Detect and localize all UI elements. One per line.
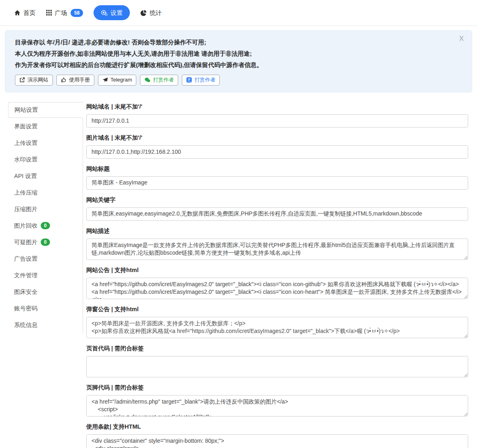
suspicious-count-badge: 0 bbox=[41, 239, 50, 246]
alipay-icon bbox=[186, 77, 192, 83]
home-icon bbox=[14, 10, 21, 16]
site-keywords-input[interactable] bbox=[86, 207, 468, 221]
pie-chart-icon bbox=[140, 10, 147, 16]
external-link-icon bbox=[19, 77, 25, 83]
sidebar-item-label: 系统信息 bbox=[14, 321, 37, 329]
website-settings-form: 网站域名 | 末尾不加'/' 图片域名 | 末尾不加'/' 网站标题 网站关键字… bbox=[86, 102, 468, 448]
nav-home-label: 首页 bbox=[23, 10, 35, 16]
sidebar-item-label: API 设置 bbox=[14, 172, 37, 180]
manual-label: 使用手册 bbox=[69, 77, 90, 84]
nav-settings-label: 设置 bbox=[110, 10, 123, 16]
sidebar-item-watermark-settings[interactable]: 水印设置 bbox=[8, 152, 83, 167]
sidebar-item-image-recycle[interactable]: 图片回收0 bbox=[8, 218, 83, 234]
donate-alipay-button[interactable]: 打赏作者 bbox=[182, 75, 220, 86]
site-title-label: 网站标题 bbox=[86, 165, 468, 173]
demo-site-button[interactable]: 演示网站 bbox=[15, 75, 53, 86]
sidebar-item-file-manager[interactable]: 文件管理 bbox=[8, 268, 83, 283]
notice-line: 目录保存以 年/月/日/ 递进,非必要请勿修改! 否则会导致部分操作不可用; bbox=[15, 39, 462, 46]
image-domain-label: 图片域名 | 末尾不加'/' bbox=[86, 134, 468, 142]
header-code-label: 页首代码 | 需闭合标签 bbox=[86, 345, 468, 352]
sidebar-item-label: 界面设置 bbox=[14, 123, 37, 130]
site-title-input[interactable] bbox=[86, 176, 468, 190]
donate-wechat-label: 打赏作者 bbox=[153, 77, 174, 84]
nav-settings[interactable]: 设置 bbox=[94, 5, 130, 20]
footer-code-textarea[interactable]: <a href="/admin/terms.php" target="_blan… bbox=[86, 395, 468, 417]
sidebar-item-label: 广告设置 bbox=[14, 255, 37, 263]
donate-alipay-label: 打赏作者 bbox=[194, 77, 215, 84]
wechat-icon bbox=[144, 77, 150, 83]
image-domain-input[interactable] bbox=[86, 145, 468, 159]
grid-icon bbox=[46, 10, 52, 16]
thumbs-up-icon bbox=[61, 77, 67, 83]
telegram-label: Telegram bbox=[110, 77, 132, 84]
sidebar-item-label: 上传设置 bbox=[14, 139, 37, 147]
sidebar-item-label: 网站设置 bbox=[15, 106, 38, 114]
sidebar-item-interface-settings[interactable]: 界面设置 bbox=[8, 119, 83, 134]
nav-plaza[interactable]: 广场 58 bbox=[46, 9, 83, 17]
notice-banner: X 目录保存以 年/月/日/ 递进,非必要请勿修改! 否则会导致部分操作不可用;… bbox=[5, 30, 472, 92]
sidebar-item-label: 水印设置 bbox=[14, 156, 37, 163]
sidebar-item-account-password[interactable]: 账号密码 bbox=[8, 301, 83, 316]
footer-code-label: 页脚代码 | 需闭合标签 bbox=[86, 384, 468, 391]
notice-line: 作为开发者你可以对相应的后台功能进行扩展(增删改相应代码),但请保留代码中源作者… bbox=[15, 61, 462, 69]
sidebar-item-api-settings[interactable]: API 设置 bbox=[8, 168, 83, 184]
sidebar-item-ad-settings[interactable]: 广告设置 bbox=[8, 251, 83, 267]
site-keywords-label: 网站关键字 bbox=[86, 196, 468, 204]
demo-site-label: 演示网站 bbox=[27, 77, 48, 84]
sidebar-item-label: 图床安全 bbox=[14, 288, 37, 296]
website-domain-input[interactable] bbox=[86, 114, 468, 128]
plaza-count-badge: 58 bbox=[71, 9, 83, 17]
gears-icon bbox=[101, 9, 108, 16]
manual-button[interactable]: 使用手册 bbox=[56, 75, 94, 86]
site-description-textarea[interactable]: 简单图床EasyImage是一款支持多文件上传的无数据库图床,可以完美替代PHP… bbox=[86, 239, 468, 260]
sidebar-item-label: 图片回收 bbox=[14, 222, 37, 230]
popup-announcement-label: 弹窗公告 | 支持html bbox=[86, 306, 468, 313]
popup-announcement-textarea[interactable]: <p>简单图床是一款开源图床, 支持多文件上传无数据库；</p> <p>如果你喜… bbox=[86, 317, 468, 338]
nav-home[interactable]: 首页 bbox=[14, 10, 35, 16]
recycle-count-badge: 0 bbox=[41, 222, 50, 229]
sidebar-item-security[interactable]: 图床安全 bbox=[8, 284, 83, 300]
notice-line: 本人仅为程序开源创作,如非法网站使用与本人无关,请勿用于非法用途 请勿用于非法用… bbox=[15, 50, 462, 58]
sidebar-item-label: 压缩图片 bbox=[14, 205, 37, 213]
settings-sidebar: 网站设置 界面设置 上传设置 水印设置 API 设置 上传压缩 压缩图片 图片回… bbox=[8, 102, 83, 334]
header-code-textarea[interactable] bbox=[86, 356, 468, 377]
sidebar-item-compress-image[interactable]: 压缩图片 bbox=[8, 201, 83, 217]
nav-plaza-label: 广场 bbox=[55, 10, 67, 16]
close-icon[interactable]: X bbox=[459, 35, 464, 43]
sidebar-item-suspicious-images[interactable]: 可疑图片0 bbox=[8, 234, 83, 250]
sidebar-item-upload-settings[interactable]: 上传设置 bbox=[8, 135, 83, 151]
sidebar-item-label: 文件管理 bbox=[14, 272, 37, 279]
sidebar-item-label: 上传压缩 bbox=[14, 189, 37, 197]
notice-actions: 演示网站 使用手册 Telegram 打赏作者 打赏作者 bbox=[15, 75, 462, 86]
sidebar-item-website-settings[interactable]: 网站设置 bbox=[8, 102, 83, 118]
nav-stats-label: 统计 bbox=[150, 10, 162, 16]
site-announcement-textarea[interactable]: <a href="https://github.com/icret/EasyIm… bbox=[86, 278, 468, 299]
sidebar-item-upload-compress[interactable]: 上传压缩 bbox=[8, 185, 83, 201]
sidebar-item-label: 可疑图片 bbox=[14, 239, 37, 246]
site-announcement-label: 网站公告 | 支持html bbox=[86, 266, 468, 274]
telegram-button[interactable]: Telegram bbox=[98, 75, 136, 86]
site-description-label: 网站描述 bbox=[86, 227, 468, 235]
settings-page: 网站设置 界面设置 上传设置 水印设置 API 设置 上传压缩 压缩图片 图片回… bbox=[0, 97, 477, 448]
sidebar-item-label: 账号密码 bbox=[14, 305, 37, 312]
top-navbar: 首页 广场 58 设置 统计 bbox=[0, 0, 477, 26]
paper-plane-icon bbox=[102, 77, 108, 83]
terms-label: 使用条款| 支持HTML bbox=[86, 423, 468, 431]
website-domain-label: 网站域名 | 末尾不加'/' bbox=[86, 103, 468, 111]
sidebar-item-system-info[interactable]: 系统信息 bbox=[8, 317, 83, 333]
nav-stats[interactable]: 统计 bbox=[140, 10, 162, 16]
donate-wechat-button[interactable]: 打赏作者 bbox=[140, 75, 178, 86]
terms-textarea[interactable]: <div class="container" style="margin-bot… bbox=[86, 434, 468, 448]
